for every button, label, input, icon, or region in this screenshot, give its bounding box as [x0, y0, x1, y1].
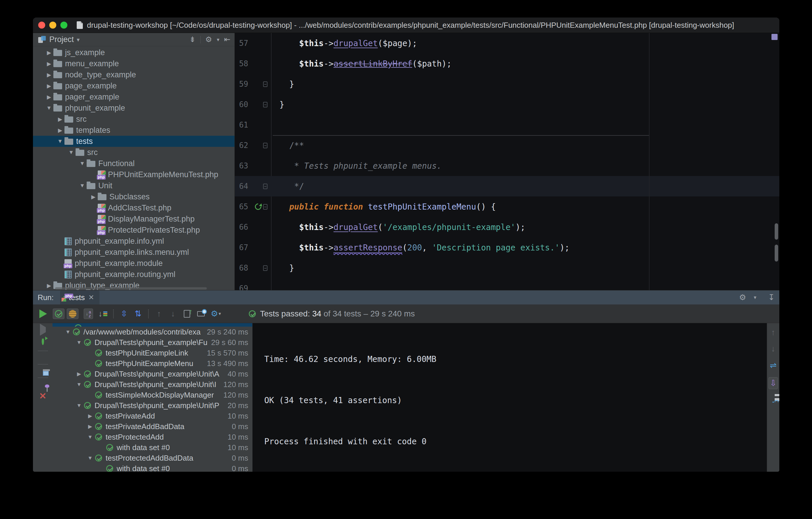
hide-panel-icon[interactable]: ↧ [768, 293, 775, 302]
project-tree-item[interactable]: ▶menu_example [33, 58, 234, 69]
fold-marker-icon[interactable] [263, 102, 267, 107]
chevron-down-icon[interactable]: ▼ [85, 434, 95, 440]
editor-line[interactable]: 68 } [235, 258, 779, 278]
fold-marker-icon[interactable] [263, 143, 267, 148]
soft-wrap-icon[interactable]: ⇌ [770, 360, 776, 370]
chevron-right-icon[interactable]: ▶ [45, 72, 53, 78]
run-tab-tests[interactable]: tests ✕ [60, 291, 99, 304]
fold-marker-icon[interactable] [263, 81, 267, 87]
chevron-right-icon[interactable]: ▶ [45, 94, 53, 101]
gear-icon[interactable]: ⚙ [205, 35, 212, 44]
project-tree-item[interactable]: ProtectedPrivatesTest.php [33, 224, 234, 236]
rerun-tests-button[interactable] [39, 309, 48, 318]
editor-line[interactable]: 66 $this->drupalGet('/examples/phpunit-e… [235, 217, 779, 237]
close-window-button[interactable] [38, 22, 45, 29]
up-stack-trace-icon[interactable]: ↑ [769, 328, 778, 337]
chevron-down-icon[interactable]: ▼ [78, 160, 87, 167]
project-tree-item[interactable]: ▼phpunit_example [33, 103, 234, 113]
test-tree-row[interactable]: ▶testPrivateAdd10 ms [53, 411, 252, 421]
editor-line[interactable]: 65 public function testPhpUnitExampleMen… [235, 196, 779, 217]
chevron-down-icon[interactable]: ▾ [77, 36, 80, 43]
editor-line[interactable]: 67 $this->assertResponse(200, 'Descripti… [235, 237, 779, 258]
editor-line[interactable]: 58 $this->assertLinkByHref($path); [235, 53, 779, 74]
project-tree-item[interactable]: ▶js_example [33, 47, 234, 58]
rerun-icon[interactable] [42, 339, 44, 344]
chevron-right-icon[interactable]: ▶ [85, 423, 95, 430]
project-tree-item[interactable]: DisplayManagerTest.php [33, 213, 234, 224]
editor-scrollbar-thumb[interactable] [775, 245, 778, 262]
project-tree-item[interactable]: ▶page_example [33, 80, 234, 91]
collapse-all-button[interactable]: ⇅ [134, 309, 142, 319]
editor-line[interactable]: 69 [235, 278, 779, 290]
chevron-down-icon[interactable]: ▼ [63, 329, 73, 335]
chevron-down-icon[interactable]: ▼ [56, 138, 64, 144]
minimize-window-button[interactable] [49, 22, 56, 29]
chevron-right-icon[interactable]: ▶ [89, 194, 98, 200]
horizontal-scrollbar[interactable] [55, 287, 207, 290]
editor-line[interactable]: 64 */ [235, 176, 779, 196]
editor-line[interactable]: 59 } [235, 74, 779, 94]
test-tree-row[interactable]: with data set #010 ms [53, 442, 252, 453]
chevron-down-icon[interactable]: ▼ [74, 403, 84, 409]
project-tree-item[interactable]: PHPUnitExampleMenuTest.php [33, 169, 234, 180]
previous-occurrence-button[interactable]: ↑ [154, 309, 163, 319]
chevron-down-icon[interactable]: ▼ [67, 149, 76, 156]
editor-line[interactable]: 60} [235, 94, 779, 115]
chevron-right-icon[interactable]: ▶ [56, 116, 64, 122]
test-root-row-partial[interactable] [53, 323, 252, 327]
test-tree-row[interactable]: ▼testProtectedAddBadData0 ms [53, 453, 252, 463]
project-tree-item[interactable]: ▶pager_example [33, 91, 234, 103]
test-tree-row[interactable]: testPhpUnitExampleMenu13 s 490 ms [53, 358, 252, 369]
test-tree-row[interactable]: testPhpUnitExampleLink15 s 570 ms [53, 348, 252, 358]
editor-line[interactable]: 62 /** [235, 135, 779, 156]
scroll-to-end-icon[interactable]: ⇩ [768, 377, 778, 389]
test-tree-row[interactable]: ▼Drupal\Tests\phpunit_example\Unit\P20 m… [53, 400, 252, 411]
chevron-down-icon[interactable]: ▼ [78, 183, 87, 189]
fold-marker-icon[interactable] [263, 204, 267, 210]
chevron-right-icon[interactable]: ▶ [74, 371, 84, 377]
hide-panel-icon[interactable]: ⇤ [224, 35, 230, 44]
test-tree-row[interactable]: ▼Drupal\Tests\phpunit_example\Fu29 s 60 … [53, 337, 252, 348]
test-console[interactable]: Time: 46.62 seconds, Memory: 6.00MB OK (… [253, 323, 767, 472]
gear-icon[interactable]: ⚙ [739, 293, 746, 302]
project-tree-item[interactable]: phpunit_example.info.yml [33, 236, 234, 247]
chevron-right-icon[interactable]: ▶ [45, 49, 53, 56]
import-test-results-icon[interactable] [182, 310, 191, 318]
project-tree-item[interactable]: AddClassTest.php [33, 202, 234, 213]
next-occurrence-button[interactable]: ↓ [169, 309, 177, 319]
run-test-gutter-icon[interactable] [254, 202, 262, 211]
close-icon[interactable]: ✕ [88, 293, 94, 302]
project-tree-item[interactable]: ▼src [33, 147, 234, 158]
chevron-right-icon[interactable]: ▶ [45, 83, 53, 89]
project-tree-item[interactable]: phpunit_example.module [33, 258, 234, 269]
project-tree-item[interactable]: ▶node_type_example [33, 69, 234, 80]
chevron-down-icon[interactable]: ▾ [754, 294, 756, 301]
project-tree-item[interactable]: ▼tests [33, 136, 234, 147]
rerun-failed-tests-icon[interactable] [40, 327, 46, 332]
test-tree-row[interactable]: testSimpleMockDisplayManager120 ms [53, 390, 252, 400]
show-ignored-toggle[interactable] [67, 308, 79, 319]
project-tree-item[interactable]: ▶Subclasses [33, 191, 234, 202]
test-tree-row[interactable]: ▶Drupal\Tests\phpunit_example\Unit\A40 m… [53, 369, 252, 379]
chevron-down-icon[interactable]: ▼ [74, 382, 84, 388]
test-tree-row[interactable]: ▶testPrivateAddBadData0 ms [53, 421, 252, 432]
editor-line[interactable]: 63 * Tests phpunit_example menus. [235, 156, 779, 176]
show-passed-toggle[interactable] [53, 308, 64, 319]
project-tree-item[interactable]: ▼Unit [33, 180, 234, 191]
sort-alphabetically-toggle[interactable]: ↓ [84, 308, 93, 319]
test-history-icon[interactable] [197, 311, 205, 317]
project-tree-item[interactable]: phpunit_example.links.menu.yml [33, 247, 234, 258]
test-settings-gear-icon[interactable]: ⚙▾ [210, 309, 221, 319]
chevron-right-icon[interactable]: ▶ [45, 60, 53, 67]
inspection-indicator[interactable] [772, 34, 778, 40]
project-tree-item[interactable]: phpunit_example.routing.yml [33, 269, 234, 280]
fold-marker-icon[interactable] [263, 184, 267, 189]
project-panel-title[interactable]: Project [49, 35, 74, 44]
expand-all-button[interactable]: ⇳ [120, 309, 128, 319]
chevron-down-icon[interactable]: ▼ [85, 455, 95, 461]
project-tree-item[interactable]: ▶templates [33, 125, 234, 136]
editor-line[interactable]: 61 [235, 115, 779, 135]
chevron-right-icon[interactable]: ▶ [85, 413, 95, 419]
project-tree-item[interactable]: ▼Functional [33, 158, 234, 169]
fold-marker-icon[interactable] [263, 265, 267, 271]
